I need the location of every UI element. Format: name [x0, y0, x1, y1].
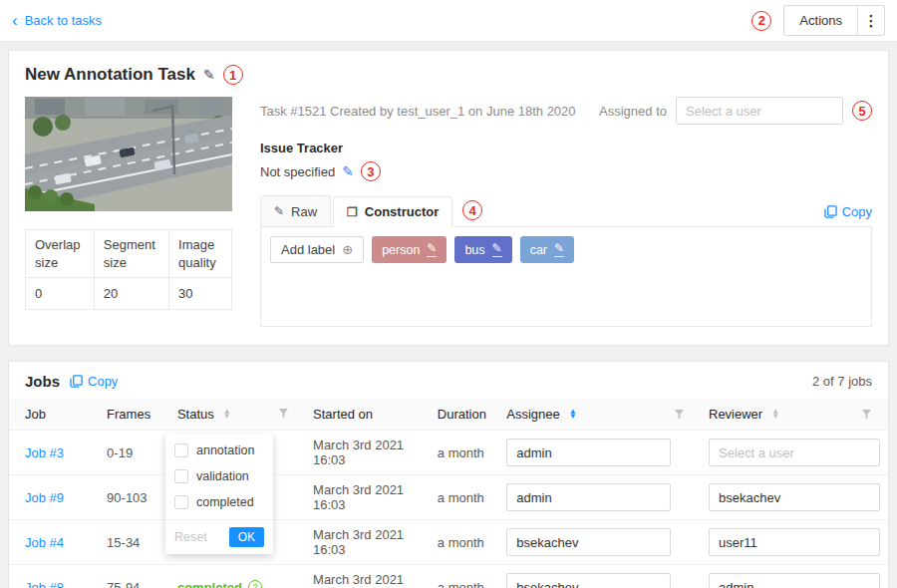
frames-cell: 75-94	[99, 565, 169, 588]
column-header-assignee[interactable]: Assignee ▲▼	[498, 399, 701, 431]
filter-option-validation[interactable]: validation	[165, 463, 273, 489]
column-header-duration: Duration	[430, 399, 499, 431]
label-tag-person-name: person	[382, 243, 420, 257]
actions-button[interactable]: Actions ⋮	[783, 5, 885, 36]
column-header-started-on: Started on	[305, 399, 430, 431]
callout-5: 5	[852, 101, 872, 121]
checkbox-icon[interactable]	[174, 495, 188, 509]
column-header-job: Job	[9, 399, 99, 431]
assignee-select[interactable]: bsekachev	[506, 573, 671, 588]
filter-funnel-icon[interactable]	[278, 408, 289, 419]
assignee-header-label: Assignee	[506, 407, 559, 422]
topbar-actions-area: 2 Actions ⋮	[751, 5, 885, 36]
status-filter-dropdown: annotation validation completed Reset OK	[165, 434, 273, 554]
reviewer-select[interactable]: user11	[709, 528, 880, 556]
task-preview-image	[25, 97, 232, 211]
job-link[interactable]: Job #9	[25, 490, 64, 505]
checkbox-icon[interactable]	[174, 469, 188, 483]
callout-1: 1	[223, 65, 243, 85]
status-value: completed	[177, 580, 242, 588]
status-filter-cell[interactable]	[270, 399, 305, 431]
param-header-quality: Image quality	[169, 230, 232, 278]
param-value-quality: 30	[169, 278, 232, 310]
assignee-value: bsekachev	[516, 535, 578, 550]
back-to-tasks-label: Back to tasks	[25, 13, 102, 28]
filter-funnel-icon[interactable]	[861, 409, 872, 420]
edit-label-icon[interactable]: ✎	[554, 242, 564, 256]
tab-constructor[interactable]: ❐ Constructor	[333, 196, 452, 227]
checkbox-icon[interactable]	[174, 443, 188, 457]
task-assignee-input[interactable]	[676, 97, 843, 125]
status-cell: completed ?	[177, 580, 262, 588]
issue-tracker-value: Not specified	[260, 164, 335, 179]
edit-label-icon[interactable]: ✎	[492, 242, 502, 256]
column-header-status[interactable]: Status ▲▼	[169, 399, 270, 431]
question-circle-icon[interactable]: ?	[248, 580, 262, 588]
edit-issue-tracker-icon[interactable]: ✎	[342, 163, 354, 179]
copy-icon	[824, 205, 837, 218]
tab-constructor-label: Constructor	[365, 204, 439, 219]
labels-tabs-bar: ✎ Raw ❐ Constructor 4 Copy	[260, 195, 872, 227]
duration-cell: a month	[430, 565, 499, 588]
label-tag-car-name: car	[530, 243, 547, 257]
label-tag-bus[interactable]: bus ✎	[454, 236, 511, 263]
reviewer-sort-icon[interactable]: ▲▼	[771, 410, 779, 419]
reviewer-select[interactable]: Select a user	[709, 439, 880, 466]
label-tag-person[interactable]: person ✎	[372, 236, 447, 263]
spacer-cell	[270, 565, 305, 588]
jobs-table: Job Frames Status ▲▼ Started on Duration	[9, 399, 888, 588]
frames-cell: 15-34	[99, 520, 169, 565]
duration-cell: a month	[430, 431, 499, 475]
status-sort-icon[interactable]: ▲▼	[223, 410, 231, 419]
filter-option-annotation[interactable]: annotation	[165, 438, 273, 463]
reviewer-select[interactable]: admin	[709, 573, 880, 588]
callout-4: 4	[462, 200, 482, 220]
add-label-button[interactable]: Add label ⊕	[270, 236, 364, 263]
reviewer-value: admin	[719, 580, 753, 588]
started-on-cell: March 3rd 2021 16:03	[305, 565, 430, 588]
tab-raw[interactable]: ✎ Raw	[260, 195, 331, 226]
edit-task-name-icon[interactable]: ✎	[203, 67, 215, 83]
copy-jobs-link[interactable]: Copy	[70, 374, 118, 389]
assigned-to-area: Assigned to 5	[599, 97, 872, 125]
started-on-cell: March 3rd 2021 16:03	[305, 520, 430, 565]
labels-constructor: Add label ⊕ person ✎ bus ✎ car ✎	[260, 227, 872, 327]
duration-cell: a month	[430, 520, 499, 565]
assignee-select[interactable]: admin	[506, 483, 671, 511]
column-header-reviewer[interactable]: Reviewer ▲▼	[701, 399, 888, 431]
filter-option-label: annotation	[196, 443, 254, 457]
duration-cell: a month	[430, 475, 499, 520]
back-to-tasks-link[interactable]: ‹ Back to tasks	[12, 12, 102, 29]
filter-reset-button[interactable]: Reset	[174, 530, 207, 544]
copy-labels-link[interactable]: Copy	[824, 204, 872, 226]
more-menu-icon[interactable]: ⋮	[858, 6, 884, 35]
assignee-sort-icon[interactable]: ▲▼	[569, 410, 577, 419]
filter-funnel-icon[interactable]	[674, 409, 685, 420]
task-title: New Annotation Task	[25, 65, 195, 85]
task-meta: Task #1521 Created by test_user_1 on Jun…	[260, 104, 576, 119]
filter-ok-button[interactable]: OK	[229, 527, 264, 547]
label-tag-car[interactable]: car ✎	[520, 236, 574, 263]
edit-label-icon[interactable]: ✎	[427, 242, 437, 256]
reviewer-select[interactable]: bsekachev	[709, 483, 880, 511]
param-header-overlap: Overlap size	[26, 230, 95, 278]
jobs-title: Jobs	[25, 373, 60, 390]
job-link[interactable]: Job #8	[25, 580, 64, 588]
assignee-value: admin	[516, 490, 551, 505]
filter-option-completed[interactable]: completed	[165, 489, 273, 515]
assignee-select[interactable]: admin	[506, 439, 671, 466]
actions-button-label: Actions	[784, 6, 857, 35]
assignee-value: admin	[516, 445, 551, 460]
assignee-select[interactable]: bsekachev	[506, 528, 671, 556]
jobs-count: 2 of 7 jobs	[812, 374, 872, 389]
assignee-value: bsekachev	[516, 580, 578, 588]
job-link[interactable]: Job #3	[25, 445, 64, 460]
add-label-text: Add label	[281, 242, 335, 257]
frames-cell: 0-19	[99, 431, 169, 475]
job-link[interactable]: Job #4	[25, 535, 64, 550]
jobs-panel: Jobs Copy 2 of 7 jobs Job Frames Status …	[8, 361, 889, 588]
top-bar: ‹ Back to tasks 2 Actions ⋮	[0, 0, 897, 42]
jobs-table-header-row: Job Frames Status ▲▼ Started on Duration	[9, 399, 888, 431]
started-on-cell: March 3rd 2021 16:03	[305, 431, 430, 475]
chevron-left-icon: ‹	[12, 12, 18, 29]
